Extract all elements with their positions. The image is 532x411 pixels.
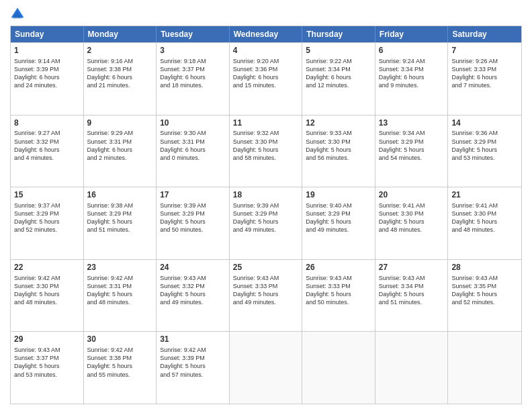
calendar-week-5: 29Sunrise: 9:43 AMSunset: 3:37 PMDayligh… bbox=[11, 331, 521, 404]
calendar-cell: 29Sunrise: 9:43 AMSunset: 3:37 PMDayligh… bbox=[11, 332, 84, 404]
calendar-week-3: 15Sunrise: 9:37 AMSunset: 3:29 PMDayligh… bbox=[11, 187, 521, 259]
calendar-cell: 3Sunrise: 9:18 AMSunset: 3:37 PMDaylight… bbox=[157, 43, 230, 115]
day-number: 17 bbox=[160, 189, 226, 201]
calendar-cell: 17Sunrise: 9:39 AMSunset: 3:29 PMDayligh… bbox=[157, 187, 230, 259]
calendar-body: 1Sunrise: 9:14 AMSunset: 3:39 PMDaylight… bbox=[11, 42, 521, 404]
calendar-week-2: 8Sunrise: 9:27 AMSunset: 3:32 PMDaylight… bbox=[11, 115, 521, 187]
cell-info: Sunrise: 9:42 AMSunset: 3:30 PMDaylight:… bbox=[14, 274, 80, 307]
cell-info: Sunrise: 9:36 AMSunset: 3:29 PMDaylight:… bbox=[451, 129, 518, 162]
calendar-cell: 9Sunrise: 9:29 AMSunset: 3:31 PMDaylight… bbox=[84, 116, 157, 187]
day-number: 3 bbox=[160, 45, 226, 56]
cell-info: Sunrise: 9:20 AMSunset: 3:36 PMDaylight:… bbox=[233, 57, 299, 90]
cell-info: Sunrise: 9:14 AMSunset: 3:39 PMDaylight:… bbox=[14, 57, 80, 90]
calendar-cell bbox=[230, 332, 303, 404]
cell-info: Sunrise: 9:43 AMSunset: 3:32 PMDaylight:… bbox=[160, 274, 226, 307]
day-number: 10 bbox=[160, 118, 226, 129]
day-number: 4 bbox=[233, 45, 299, 56]
calendar-header: SundayMondayTuesdayWednesdayThursdayFrid… bbox=[11, 26, 521, 42]
calendar-week-4: 22Sunrise: 9:42 AMSunset: 3:30 PMDayligh… bbox=[11, 259, 521, 332]
calendar: SundayMondayTuesdayWednesdayThursdayFrid… bbox=[10, 26, 522, 404]
day-number: 11 bbox=[233, 118, 299, 129]
calendar-cell: 22Sunrise: 9:42 AMSunset: 3:30 PMDayligh… bbox=[11, 260, 84, 332]
cell-info: Sunrise: 9:27 AMSunset: 3:32 PMDaylight:… bbox=[14, 129, 80, 162]
calendar-cell: 11Sunrise: 9:32 AMSunset: 3:30 PMDayligh… bbox=[230, 116, 303, 187]
cal-header-day: Tuesday bbox=[157, 26, 230, 42]
cell-info: Sunrise: 9:42 AMSunset: 3:31 PMDaylight:… bbox=[87, 274, 153, 307]
day-number: 27 bbox=[379, 262, 445, 273]
calendar-cell: 24Sunrise: 9:43 AMSunset: 3:32 PMDayligh… bbox=[157, 260, 230, 332]
day-number: 16 bbox=[87, 189, 153, 201]
day-number: 6 bbox=[379, 45, 445, 56]
day-number: 15 bbox=[14, 189, 80, 201]
calendar-cell: 15Sunrise: 9:37 AMSunset: 3:29 PMDayligh… bbox=[11, 187, 84, 259]
day-number: 22 bbox=[14, 262, 80, 273]
calendar-cell: 25Sunrise: 9:43 AMSunset: 3:33 PMDayligh… bbox=[230, 260, 303, 332]
cell-info: Sunrise: 9:24 AMSunset: 3:34 PMDaylight:… bbox=[379, 57, 445, 90]
day-number: 12 bbox=[306, 118, 371, 129]
calendar-cell bbox=[375, 332, 449, 404]
calendar-cell: 19Sunrise: 9:40 AMSunset: 3:29 PMDayligh… bbox=[302, 187, 375, 259]
calendar-cell: 10Sunrise: 9:30 AMSunset: 3:31 PMDayligh… bbox=[157, 116, 230, 187]
page: SundayMondayTuesdayWednesdayThursdayFrid… bbox=[0, 0, 532, 411]
day-number: 29 bbox=[14, 334, 80, 345]
calendar-cell: 27Sunrise: 9:43 AMSunset: 3:34 PMDayligh… bbox=[375, 260, 449, 332]
cell-info: Sunrise: 9:43 AMSunset: 3:33 PMDaylight:… bbox=[233, 274, 299, 307]
cell-info: Sunrise: 9:40 AMSunset: 3:29 PMDaylight:… bbox=[306, 201, 371, 234]
cell-info: Sunrise: 9:16 AMSunset: 3:38 PMDaylight:… bbox=[87, 57, 153, 90]
logo-icon bbox=[10, 7, 25, 21]
day-number: 14 bbox=[451, 118, 518, 129]
cell-info: Sunrise: 9:18 AMSunset: 3:37 PMDaylight:… bbox=[160, 57, 226, 90]
day-number: 24 bbox=[160, 262, 226, 273]
calendar-cell: 8Sunrise: 9:27 AMSunset: 3:32 PMDaylight… bbox=[11, 116, 84, 187]
calendar-cell bbox=[448, 332, 521, 404]
calendar-cell: 20Sunrise: 9:41 AMSunset: 3:30 PMDayligh… bbox=[375, 187, 449, 259]
calendar-cell: 28Sunrise: 9:43 AMSunset: 3:35 PMDayligh… bbox=[448, 260, 521, 332]
logo bbox=[10, 7, 28, 21]
cell-info: Sunrise: 9:37 AMSunset: 3:29 PMDaylight:… bbox=[14, 201, 80, 234]
day-number: 31 bbox=[160, 334, 226, 345]
day-number: 9 bbox=[87, 118, 153, 129]
cell-info: Sunrise: 9:29 AMSunset: 3:31 PMDaylight:… bbox=[87, 129, 153, 162]
day-number: 2 bbox=[87, 45, 153, 56]
cell-info: Sunrise: 9:34 AMSunset: 3:29 PMDaylight:… bbox=[379, 129, 445, 162]
calendar-cell: 4Sunrise: 9:20 AMSunset: 3:36 PMDaylight… bbox=[230, 43, 303, 115]
calendar-cell: 16Sunrise: 9:38 AMSunset: 3:29 PMDayligh… bbox=[84, 187, 157, 259]
calendar-cell: 26Sunrise: 9:43 AMSunset: 3:33 PMDayligh… bbox=[302, 260, 375, 332]
calendar-cell: 1Sunrise: 9:14 AMSunset: 3:39 PMDaylight… bbox=[11, 43, 84, 115]
cal-header-day: Thursday bbox=[302, 26, 375, 42]
day-number: 25 bbox=[233, 262, 299, 273]
calendar-week-1: 1Sunrise: 9:14 AMSunset: 3:39 PMDaylight… bbox=[11, 42, 521, 115]
calendar-cell: 6Sunrise: 9:24 AMSunset: 3:34 PMDaylight… bbox=[375, 43, 449, 115]
cell-info: Sunrise: 9:38 AMSunset: 3:29 PMDaylight:… bbox=[87, 201, 153, 234]
calendar-cell: 30Sunrise: 9:42 AMSunset: 3:38 PMDayligh… bbox=[84, 332, 157, 404]
cal-header-day: Wednesday bbox=[230, 26, 303, 42]
day-number: 26 bbox=[306, 262, 371, 273]
cal-header-day: Monday bbox=[84, 26, 157, 42]
cell-info: Sunrise: 9:42 AMSunset: 3:38 PMDaylight:… bbox=[87, 346, 153, 379]
day-number: 30 bbox=[87, 334, 153, 345]
day-number: 19 bbox=[306, 189, 371, 201]
calendar-cell: 14Sunrise: 9:36 AMSunset: 3:29 PMDayligh… bbox=[448, 116, 521, 187]
day-number: 8 bbox=[14, 118, 80, 129]
cell-info: Sunrise: 9:30 AMSunset: 3:31 PMDaylight:… bbox=[160, 129, 226, 162]
day-number: 7 bbox=[451, 45, 518, 56]
calendar-cell: 21Sunrise: 9:41 AMSunset: 3:30 PMDayligh… bbox=[448, 187, 521, 259]
day-number: 21 bbox=[451, 189, 518, 201]
day-number: 13 bbox=[379, 118, 445, 129]
calendar-cell: 5Sunrise: 9:22 AMSunset: 3:34 PMDaylight… bbox=[302, 43, 375, 115]
cal-header-day: Friday bbox=[375, 26, 449, 42]
calendar-cell: 2Sunrise: 9:16 AMSunset: 3:38 PMDaylight… bbox=[84, 43, 157, 115]
cell-info: Sunrise: 9:26 AMSunset: 3:33 PMDaylight:… bbox=[451, 57, 518, 90]
cell-info: Sunrise: 9:39 AMSunset: 3:29 PMDaylight:… bbox=[233, 201, 299, 234]
cell-info: Sunrise: 9:43 AMSunset: 3:35 PMDaylight:… bbox=[451, 274, 518, 307]
calendar-cell: 23Sunrise: 9:42 AMSunset: 3:31 PMDayligh… bbox=[84, 260, 157, 332]
day-number: 5 bbox=[306, 45, 371, 56]
calendar-cell: 13Sunrise: 9:34 AMSunset: 3:29 PMDayligh… bbox=[375, 116, 449, 187]
calendar-cell: 31Sunrise: 9:42 AMSunset: 3:39 PMDayligh… bbox=[157, 332, 230, 404]
cell-info: Sunrise: 9:32 AMSunset: 3:30 PMDaylight:… bbox=[233, 129, 299, 162]
cell-info: Sunrise: 9:41 AMSunset: 3:30 PMDaylight:… bbox=[451, 201, 518, 234]
cell-info: Sunrise: 9:43 AMSunset: 3:37 PMDaylight:… bbox=[14, 346, 80, 379]
cell-info: Sunrise: 9:42 AMSunset: 3:39 PMDaylight:… bbox=[160, 346, 226, 379]
day-number: 18 bbox=[233, 189, 299, 201]
header bbox=[10, 7, 522, 21]
